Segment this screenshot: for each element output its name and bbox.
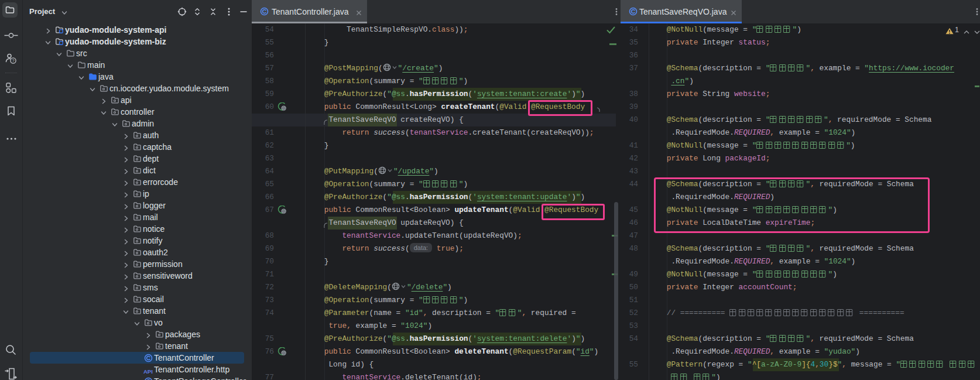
svg-text:?: ?: [12, 58, 14, 63]
